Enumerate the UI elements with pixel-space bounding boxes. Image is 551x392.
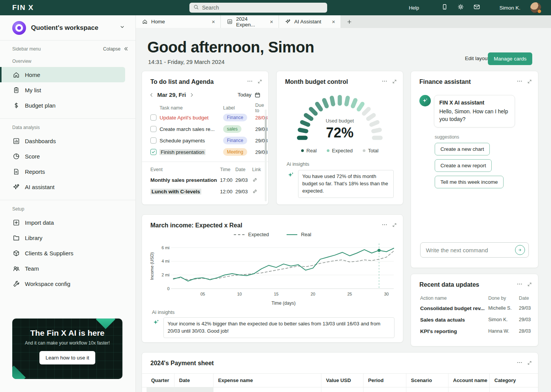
task-checkbox[interactable]: [150, 114, 156, 121]
task-checkbox-checked[interactable]: [150, 149, 156, 155]
sidebar-item-reports[interactable]: Reports: [0, 164, 135, 179]
workspace-switcher[interactable]: Quotient's workspace: [0, 15, 135, 41]
more-options-icon[interactable]: [247, 78, 253, 86]
sidebar-item-score[interactable]: Score: [0, 149, 135, 164]
expand-icon[interactable]: [527, 78, 532, 85]
tab-2024-expenses[interactable]: 2024 Expen... ×: [221, 15, 279, 28]
event-name[interactable]: Monthly sales presentation: [150, 177, 218, 183]
sidebar-item-label: Clients & Suppliers: [25, 250, 73, 256]
suggestion-week-income[interactable]: Tell me this week income: [435, 176, 504, 188]
check-icon: [151, 150, 156, 154]
ai-sparkle-icon: [287, 172, 294, 178]
task-name[interactable]: Create march sales re...: [160, 126, 221, 132]
task-checkbox[interactable]: [150, 126, 156, 132]
search-input[interactable]: [202, 5, 317, 11]
new-tab-button[interactable]: [341, 15, 358, 28]
command-input[interactable]: [426, 247, 515, 253]
chevron-down-icon[interactable]: [119, 24, 126, 32]
column-header[interactable]: Quarter: [147, 374, 174, 387]
sidebar-item-my-list[interactable]: My list: [0, 82, 135, 98]
settings-icon[interactable]: [457, 3, 464, 12]
more-options-icon[interactable]: [517, 78, 523, 86]
prev-day-icon[interactable]: [149, 92, 154, 98]
collapse-label: Colapse: [103, 46, 121, 52]
help-link[interactable]: Help: [409, 5, 419, 11]
next-day-icon[interactable]: [189, 92, 194, 98]
close-icon[interactable]: ×: [331, 19, 336, 24]
sidebar-item-workspace-config[interactable]: Workspace config: [0, 276, 135, 291]
column-header[interactable]: Expense name: [213, 374, 321, 387]
edit-layout-button[interactable]: Edit layout: [465, 56, 489, 61]
section-title: Data analysis: [0, 123, 135, 133]
suggestion-create-chart[interactable]: Create a new chart: [435, 143, 490, 155]
expand-icon[interactable]: [527, 360, 532, 367]
more-options-icon[interactable]: [517, 359, 523, 367]
suggestion-create-report[interactable]: Create a new report: [435, 159, 492, 172]
table-row[interactable]: Consolidated budget rev... Michelle S. 2…: [411, 302, 538, 314]
more-options-icon[interactable]: [517, 281, 523, 289]
column-header[interactable]: Account name: [448, 374, 489, 387]
collapse-button[interactable]: Colapse: [103, 46, 129, 52]
sidebar-item-home[interactable]: Home: [0, 67, 125, 82]
send-icon[interactable]: [515, 245, 525, 255]
expand-icon[interactable]: [527, 281, 532, 288]
more-options-icon[interactable]: [381, 78, 388, 86]
task-name[interactable]: Schedule payments: [160, 138, 221, 144]
dollar-icon: [13, 102, 20, 109]
close-icon[interactable]: ×: [211, 19, 216, 24]
payment-sheet-card: 2024's Payment sheet Quarter Date Expens…: [142, 352, 538, 392]
mail-icon[interactable]: [473, 3, 480, 12]
close-icon[interactable]: ×: [269, 19, 274, 24]
device-icon[interactable]: [441, 3, 448, 12]
user-name[interactable]: Simon K.: [499, 5, 520, 11]
task-checkbox[interactable]: [150, 137, 156, 144]
event-name[interactable]: Lunch with C-levels: [150, 189, 218, 194]
column-header[interactable]: Period: [363, 374, 406, 387]
sidebar-item-ai-assistant[interactable]: AI assistant: [0, 179, 135, 194]
column-header[interactable]: Category: [489, 374, 538, 387]
column-header[interactable]: Date: [174, 374, 213, 387]
sidebar-item-dashboards[interactable]: Dashboards: [0, 133, 135, 149]
scrollbar[interactable]: [265, 109, 267, 201]
chat-bubble: FIN X AI assistant Hello, Simon. How can…: [434, 95, 515, 127]
card-title: Finance assistant: [419, 78, 471, 85]
expand-icon[interactable]: [392, 222, 397, 229]
more-options-icon[interactable]: [381, 222, 388, 229]
update-date: 29/03: [519, 305, 533, 311]
user-avatar[interactable]: [530, 2, 541, 13]
column-header[interactable]: Scenario: [406, 374, 448, 387]
gauge-label: Used budget: [295, 118, 384, 124]
bot-avatar: [419, 95, 431, 106]
global-search[interactable]: [189, 3, 327, 13]
expand-icon[interactable]: [392, 78, 397, 85]
sidebar-item-clients-suppliers[interactable]: Clients & Suppliers: [0, 245, 135, 261]
event-time: 12:00: [220, 189, 234, 194]
sidebar-item-library[interactable]: Library: [0, 230, 135, 245]
task-name[interactable]: Update April's budget: [160, 115, 221, 121]
budget-legend: Real Expected Total: [277, 148, 403, 154]
svg-text:2 mi: 2 mi: [161, 273, 170, 277]
promo-button[interactable]: Learn how to use it: [39, 351, 95, 364]
sparkle-icon: [285, 19, 291, 24]
tab-ai-assistant[interactable]: AI Assistant ×: [279, 15, 341, 28]
column-header[interactable]: Value USD: [321, 374, 363, 387]
sparkle-icon: [13, 183, 20, 191]
team-icon: [13, 265, 20, 272]
sidebar-item-import-data[interactable]: Import data: [0, 215, 135, 230]
todo-card: To do list and Agenda Mar 29, Fri Today …: [142, 71, 269, 205]
sidebar-item-team[interactable]: Team: [0, 261, 135, 276]
today-control[interactable]: Today: [238, 92, 261, 98]
tab-home[interactable]: Home ×: [136, 15, 221, 28]
expand-icon[interactable]: [258, 78, 262, 85]
home-icon: [142, 19, 148, 24]
link-icon[interactable]: [252, 189, 264, 194]
table-row[interactable]: Sales data actuals Simon K. 29/03: [411, 314, 538, 325]
link-icon[interactable]: [252, 177, 264, 183]
chart-icon: [227, 19, 233, 24]
table-row[interactable]: KPI's reporting Hanna W. 28/03: [411, 325, 538, 337]
task-name[interactable]: Finish presentation: [160, 149, 221, 155]
ai-insight-text: You have used 72% of this month budget s…: [298, 170, 394, 198]
sidebar-item-budget-plan[interactable]: Budget plan: [0, 98, 135, 113]
manage-cards-button[interactable]: Manage cards: [488, 52, 532, 65]
library-icon: [13, 234, 20, 242]
